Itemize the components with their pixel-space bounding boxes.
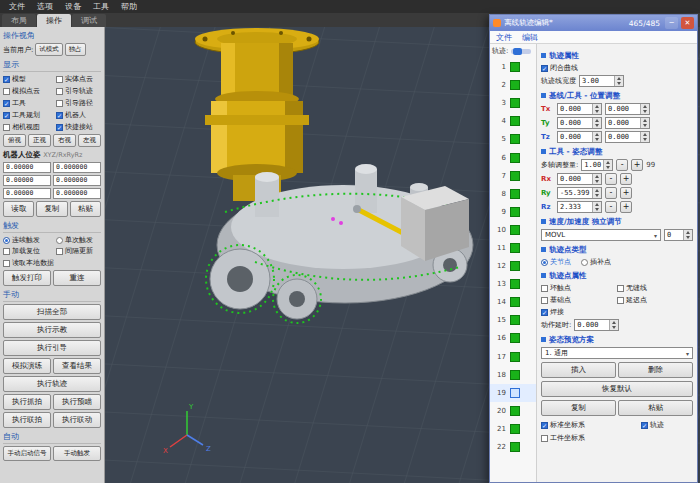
rotation-spinner[interactable]: 0.000: [557, 173, 602, 185]
point-status-icon[interactable]: [510, 134, 520, 144]
stepper-icons[interactable]: [609, 320, 618, 330]
manual-action-button[interactable]: 模拟演练: [3, 358, 51, 374]
increment-button[interactable]: +: [620, 173, 632, 185]
trajectory-point-row[interactable]: 6: [490, 148, 536, 166]
point-status-icon[interactable]: [510, 98, 520, 108]
user-mode-button[interactable]: 独占: [65, 43, 86, 56]
stepper-icons[interactable]: [592, 118, 601, 128]
manual-action-button[interactable]: 执行引导: [3, 340, 101, 356]
stepper-icons[interactable]: [592, 104, 601, 114]
point-status-icon[interactable]: [510, 333, 520, 343]
display-checkbox[interactable]: 模拟点云: [3, 86, 55, 96]
increment-button[interactable]: +: [631, 159, 643, 171]
view-preset-button[interactable]: 左视: [78, 134, 101, 147]
point-attr-checkbox[interactable]: 焊接: [541, 307, 617, 317]
step-amount-spinner[interactable]: 1.00: [581, 159, 613, 171]
stepper-icons[interactable]: [592, 188, 601, 198]
trajectory-point-row[interactable]: 15: [490, 311, 536, 329]
stepper-icons[interactable]: [640, 118, 649, 128]
menu-item[interactable]: 文件: [4, 1, 30, 12]
position-spinner[interactable]: 0.000: [605, 117, 650, 129]
rotation-spinner[interactable]: -55.399: [557, 187, 602, 199]
point-attr-checkbox[interactable]: 环触点: [541, 283, 617, 293]
manual-action-button[interactable]: 执行示教: [3, 322, 101, 338]
point-type-radio[interactable]: 插补点: [581, 257, 611, 267]
increment-button[interactable]: +: [620, 201, 632, 213]
point-status-icon[interactable]: [510, 279, 520, 289]
trajectory-point-row[interactable]: 5: [490, 130, 536, 148]
menu-item[interactable]: 选项: [32, 1, 58, 12]
trajectory-point-row[interactable]: 12: [490, 257, 536, 275]
manual-action-button[interactable]: 执行联动: [53, 412, 101, 428]
trajectory-point-row[interactable]: 10: [490, 221, 536, 239]
pose-action-button[interactable]: 复制: [36, 201, 67, 217]
speed-spinner[interactable]: 0: [664, 229, 693, 241]
manual-action-button[interactable]: 执行预瞄: [53, 394, 101, 410]
trajectory-point-row[interactable]: 17: [490, 348, 536, 366]
coordinate-checkbox[interactable]: 标准坐标系: [541, 420, 641, 430]
preview-scheme-dropdown[interactable]: 1. 通用 ▾: [541, 347, 693, 359]
position-spinner[interactable]: 0.000: [605, 131, 650, 143]
rotation-spinner[interactable]: 2.333: [557, 201, 602, 213]
trajectory-point-row[interactable]: 2: [490, 76, 536, 94]
trigger-radio[interactable]: 单次触发: [56, 235, 100, 245]
tab[interactable]: 布局: [2, 14, 36, 27]
trajectory-point-row[interactable]: 16: [490, 329, 536, 347]
point-status-icon[interactable]: [510, 424, 520, 434]
manual-action-button[interactable]: 扫描全部: [3, 304, 101, 320]
coordinate-checkbox[interactable]: 工件坐标系: [541, 433, 641, 443]
gray-cube[interactable]: [401, 186, 469, 261]
point-status-icon[interactable]: [510, 207, 520, 217]
pose-value-input[interactable]: 0.00000: [3, 188, 51, 199]
display-checkbox[interactable]: 模型: [3, 74, 55, 84]
stepper-icons[interactable]: [603, 160, 612, 170]
display-checkbox[interactable]: 快捷接站: [56, 122, 100, 132]
point-attr-checkbox[interactable]: 延迟点: [617, 295, 693, 305]
auto-action-button[interactable]: 手动启动信号: [3, 446, 51, 461]
point-status-icon[interactable]: [510, 80, 520, 90]
point-status-icon[interactable]: [510, 352, 520, 362]
decrement-button[interactable]: -: [605, 187, 617, 199]
pose-value-input[interactable]: 0.00000: [3, 175, 51, 186]
point-edit-button[interactable]: 删除: [618, 362, 693, 378]
point-attr-checkbox[interactable]: 无缝线: [617, 283, 693, 293]
trajectory-point-row[interactable]: 3: [490, 94, 536, 112]
pose-value-input[interactable]: 0.00000: [3, 162, 51, 173]
point-status-icon[interactable]: [510, 297, 520, 307]
restore-default-button[interactable]: 恢复默认: [541, 381, 693, 397]
trajectory-point-row[interactable]: 8: [490, 185, 536, 203]
point-status-icon[interactable]: [510, 315, 520, 325]
position-spinner[interactable]: 0.000: [557, 131, 602, 143]
display-checkbox[interactable]: 实体点云: [56, 74, 100, 84]
point-status-icon[interactable]: [510, 189, 520, 199]
stepper-icons[interactable]: [592, 202, 601, 212]
point-status-icon[interactable]: [510, 388, 520, 398]
point-type-radio[interactable]: 关节点: [541, 257, 571, 267]
point-status-icon[interactable]: [510, 171, 520, 181]
point-status-icon[interactable]: [510, 116, 520, 126]
trajectory-point-row[interactable]: 1: [490, 58, 536, 76]
position-spinner[interactable]: 0.000: [605, 103, 650, 115]
point-status-icon[interactable]: [510, 225, 520, 235]
display-checkbox[interactable]: 机器人: [56, 110, 100, 120]
close-icon[interactable]: ✕: [681, 17, 694, 29]
trigger-checkbox[interactable]: 间隔更新: [56, 246, 100, 256]
pose-value-input[interactable]: 0.000000: [53, 175, 101, 186]
stepper-icons[interactable]: [640, 104, 649, 114]
manual-action-button[interactable]: 执行轨迹: [3, 376, 101, 392]
trajectory-point-row[interactable]: 14: [490, 293, 536, 311]
point-status-icon[interactable]: [510, 261, 520, 271]
display-checkbox[interactable]: 工具: [3, 98, 55, 108]
trigger-action-button[interactable]: 重连: [53, 270, 101, 286]
delay-spinner[interactable]: 0.000: [574, 319, 619, 331]
view-preset-button[interactable]: 俯视: [3, 134, 26, 147]
view-preset-button[interactable]: 右视: [53, 134, 76, 147]
trajectory-point-row[interactable]: 20: [490, 402, 536, 420]
trajectory-point-row[interactable]: 19: [490, 384, 536, 402]
pose-action-button[interactable]: 读取: [3, 201, 34, 217]
trigger-action-button[interactable]: 触发打印: [3, 270, 51, 286]
stepper-icons[interactable]: [640, 132, 649, 142]
decrement-button[interactable]: -: [605, 173, 617, 185]
manual-action-button[interactable]: 执行抓拍: [3, 394, 51, 410]
point-status-icon[interactable]: [510, 153, 520, 163]
